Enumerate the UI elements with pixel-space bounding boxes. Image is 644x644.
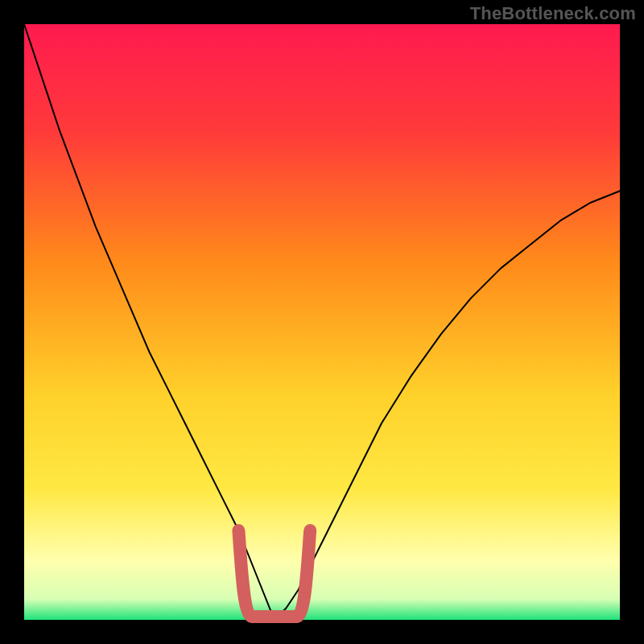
chart-stage: { "watermark": "TheBottleneck.com", "col… [0,0,644,644]
plot-background [24,24,620,620]
chart-svg [0,0,644,644]
watermark-text: TheBottleneck.com [470,3,636,24]
